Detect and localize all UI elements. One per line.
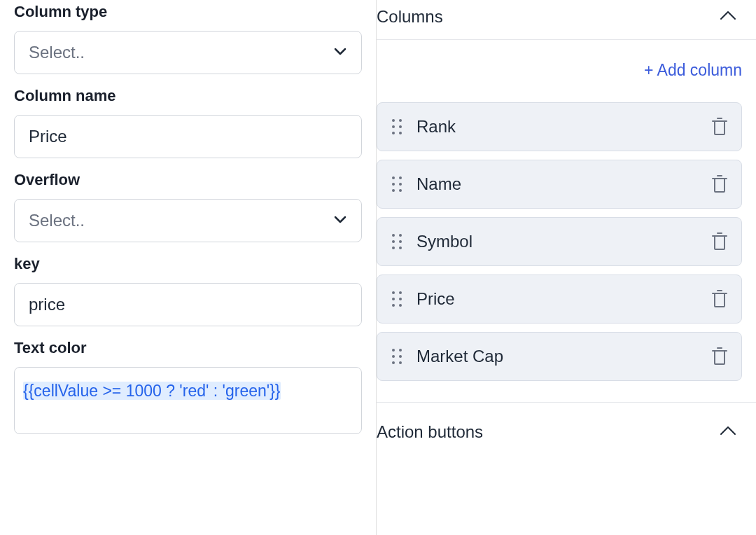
svg-rect-13 <box>715 179 724 192</box>
svg-point-11 <box>392 189 395 192</box>
svg-point-30 <box>392 355 395 358</box>
svg-point-31 <box>399 355 402 358</box>
drag-handle-icon[interactable] <box>391 290 402 308</box>
svg-point-0 <box>392 119 395 122</box>
drag-handle-icon[interactable] <box>391 118 402 136</box>
column-item[interactable]: Market Cap <box>377 332 742 381</box>
svg-point-16 <box>392 240 395 243</box>
drag-handle-icon[interactable] <box>391 175 402 193</box>
key-label: key <box>14 255 362 273</box>
svg-point-7 <box>392 176 395 179</box>
column-item-name: Name <box>416 174 712 194</box>
column-item[interactable]: Price <box>377 275 742 324</box>
drag-handle-icon[interactable] <box>391 232 402 251</box>
svg-point-29 <box>399 349 402 352</box>
svg-point-24 <box>399 298 402 300</box>
code-expression: {{cellValue >= 1000 ? 'red' : 'green'}} <box>23 382 281 400</box>
columns-section-title: Columns <box>377 7 443 27</box>
svg-rect-20 <box>715 236 724 249</box>
column-item-name: Rank <box>416 117 712 137</box>
collapse-icon[interactable] <box>720 426 736 438</box>
svg-point-19 <box>399 246 402 249</box>
svg-point-26 <box>399 304 402 307</box>
column-type-select[interactable]: Select.. <box>14 31 362 74</box>
svg-point-12 <box>399 189 402 192</box>
overflow-select[interactable]: Select.. <box>14 199 362 242</box>
actions-section-title: Action buttons <box>377 422 483 442</box>
svg-point-18 <box>392 246 395 249</box>
overflow-label: Overflow <box>14 171 362 189</box>
svg-point-14 <box>392 234 395 237</box>
svg-point-32 <box>392 361 395 364</box>
drag-handle-icon[interactable] <box>391 347 402 366</box>
svg-point-5 <box>399 132 402 134</box>
delete-icon[interactable] <box>712 232 727 251</box>
svg-point-9 <box>392 183 395 186</box>
svg-point-28 <box>392 349 395 352</box>
collapse-icon[interactable] <box>720 11 736 23</box>
svg-rect-6 <box>715 121 724 134</box>
svg-rect-34 <box>715 351 724 364</box>
svg-point-22 <box>399 291 402 294</box>
column-item-name: Market Cap <box>416 347 712 366</box>
delete-icon[interactable] <box>712 175 727 193</box>
column-item[interactable]: Name <box>377 160 742 209</box>
column-item-name: Price <box>416 289 712 309</box>
column-type-label: Column type <box>14 3 362 21</box>
svg-point-33 <box>399 361 402 364</box>
column-item[interactable]: Rank <box>377 102 742 151</box>
svg-point-21 <box>392 291 395 294</box>
delete-icon[interactable] <box>712 347 727 366</box>
svg-point-15 <box>399 234 402 237</box>
svg-point-25 <box>392 304 395 307</box>
svg-point-23 <box>392 298 395 300</box>
svg-rect-27 <box>715 293 724 307</box>
svg-point-2 <box>392 125 395 128</box>
svg-point-8 <box>399 176 402 179</box>
column-item[interactable]: Symbol <box>377 217 742 266</box>
svg-point-17 <box>399 240 402 243</box>
delete-icon[interactable] <box>712 118 727 136</box>
text-color-label: Text color <box>14 339 362 357</box>
column-name-label: Column name <box>14 87 362 105</box>
text-color-input[interactable]: {{cellValue >= 1000 ? 'red' : 'green'}} <box>14 367 362 434</box>
svg-point-3 <box>399 125 402 128</box>
delete-icon[interactable] <box>712 290 727 308</box>
add-column-link[interactable]: + Add column <box>644 61 742 80</box>
key-input[interactable] <box>14 283 362 326</box>
svg-point-4 <box>392 132 395 134</box>
column-name-input[interactable] <box>14 115 362 158</box>
column-item-name: Symbol <box>416 232 712 251</box>
svg-point-1 <box>399 119 402 122</box>
svg-point-10 <box>399 183 402 186</box>
